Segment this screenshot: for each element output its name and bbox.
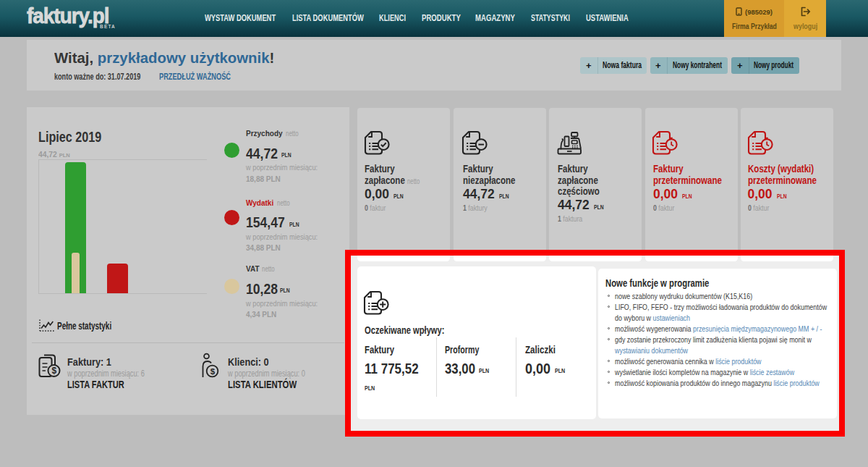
svg-text:$: $ — [210, 367, 216, 376]
svg-text:$: $ — [52, 366, 57, 376]
